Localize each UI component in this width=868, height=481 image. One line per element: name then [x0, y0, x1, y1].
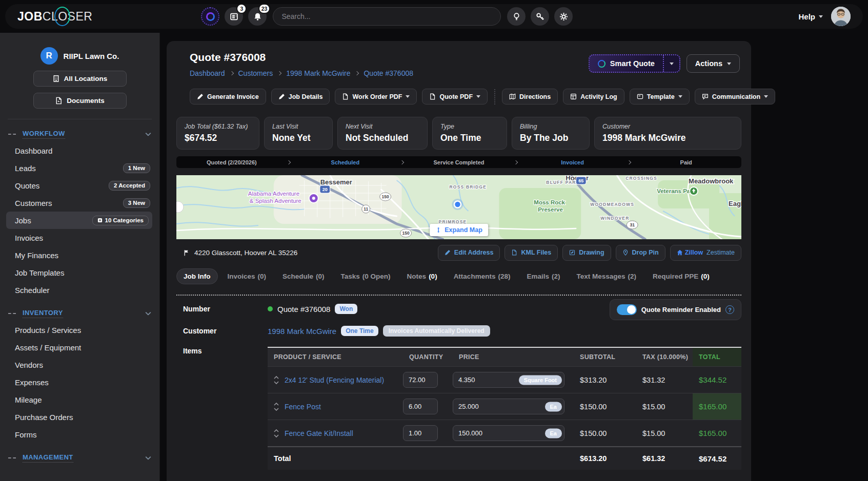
- sidebar-item-jobs[interactable]: Jobs10 Categories: [6, 212, 152, 229]
- communication-button[interactable]: Communication: [695, 89, 775, 104]
- card-label: Next Visit: [346, 123, 419, 130]
- tab-emails[interactable]: Emails(2): [520, 269, 567, 284]
- card-next-visit: Next VisitNot Scheduled: [337, 117, 428, 150]
- section-management[interactable]: MANAGEMENT: [8, 453, 151, 463]
- reorder-handle[interactable]: [274, 376, 279, 384]
- map-marker-job-location[interactable]: [452, 199, 463, 210]
- activity-log-button[interactable]: Activity Log: [563, 89, 624, 104]
- edit-address-button[interactable]: Edit Address: [438, 245, 500, 261]
- chevron-up-icon[interactable]: [274, 376, 279, 379]
- item-link[interactable]: Fence Post: [285, 403, 321, 411]
- tab-attachments[interactable]: Attachments(28): [447, 269, 517, 284]
- expand-map-button[interactable]: Expand Map: [430, 224, 488, 236]
- tab-job-info[interactable]: Job Info: [176, 268, 218, 284]
- generate-invoice-button[interactable]: Generate Invoice: [190, 89, 266, 104]
- sidebar-item-vendors[interactable]: Vendors: [0, 356, 159, 373]
- quantity-input[interactable]: [403, 372, 438, 388]
- help-question-icon[interactable]: ?: [725, 305, 734, 314]
- map-label-adventure-2: & Splash Adventure: [250, 198, 301, 204]
- map-view[interactable]: Bessemer Hoover Meadowbrook Eagle Alabam…: [176, 175, 741, 239]
- chevron-up-icon[interactable]: [274, 429, 279, 432]
- expand-map-label: Expand Map: [445, 226, 482, 234]
- logo-ring-o: O: [58, 10, 67, 24]
- breadcrumb-customer-name[interactable]: 1998 Mark McGwire: [286, 69, 350, 77]
- tab-notes[interactable]: Notes(0): [400, 269, 444, 284]
- sidebar-item-expenses[interactable]: Expenses: [0, 373, 159, 391]
- chevron-down-icon[interactable]: [274, 381, 279, 384]
- map-marker-adventure[interactable]: [309, 194, 318, 203]
- tab-text-messages[interactable]: Text Messages(2): [570, 269, 643, 284]
- sidebar-item-leads[interactable]: Leads1 New: [0, 159, 159, 177]
- customer-link[interactable]: 1998 Mark McGwire: [268, 327, 336, 336]
- sidebar-item-purchase-orders[interactable]: Purchase Orders: [0, 408, 159, 426]
- quote-pdf-button[interactable]: Quote PDF: [422, 89, 488, 104]
- smart-quote-dropdown[interactable]: [663, 55, 679, 72]
- sidebar-item-customers[interactable]: Customers3 New: [0, 194, 159, 212]
- actions-button[interactable]: Actions: [687, 54, 740, 73]
- map-marker-veterans-park[interactable]: [690, 187, 698, 195]
- sidebar-divider: [8, 119, 152, 119]
- sidebar-item-job-templates[interactable]: Job Templates: [0, 264, 159, 281]
- svg-text:150: 150: [402, 231, 410, 236]
- permissions-button[interactable]: [531, 7, 549, 26]
- section-workflow[interactable]: WORKFLOW: [8, 130, 151, 139]
- sidebar-item-my-finances[interactable]: My Finances: [0, 246, 159, 264]
- queue-button[interactable]: 3: [225, 7, 243, 26]
- record-status-button[interactable]: [201, 7, 219, 26]
- zillow-zestimate-button[interactable]: Zillow Zestimate: [670, 245, 741, 261]
- jobs-badge-label: 10 Categories: [105, 217, 144, 223]
- card-customer: Customer1998 Mark McGwire: [594, 117, 741, 150]
- sidebar-item-forms[interactable]: Forms: [0, 426, 159, 443]
- breadcrumb-dashboard[interactable]: Dashboard: [190, 69, 225, 77]
- company-switcher[interactable]: R RIIPL Lawn Co.: [0, 47, 159, 65]
- drop-pin-button[interactable]: Drop Pin: [616, 245, 665, 261]
- breadcrumb-customers[interactable]: Customers: [238, 69, 273, 77]
- chevron-down-icon[interactable]: [274, 408, 279, 411]
- chevron-down-icon: [145, 311, 151, 316]
- tab-invoices[interactable]: Invoices(0): [221, 269, 273, 284]
- chevron-down-icon[interactable]: [274, 434, 279, 437]
- help-menu[interactable]: Help: [798, 12, 823, 21]
- reorder-handle[interactable]: [274, 403, 279, 411]
- section-inventory[interactable]: INVENTORY: [8, 309, 151, 318]
- item-link[interactable]: 2x4 12' Stud (Fencing Material): [285, 376, 384, 384]
- chevron-down-icon: [476, 95, 480, 98]
- quantity-input[interactable]: [403, 399, 438, 414]
- job-details-button[interactable]: Job Details: [271, 89, 330, 104]
- template-button[interactable]: Template: [630, 89, 690, 104]
- item-link[interactable]: Fence Gate Kit/Install: [285, 429, 353, 437]
- bell-icon: [253, 12, 262, 21]
- all-locations-button[interactable]: All Locations: [33, 71, 127, 87]
- tab-schedule[interactable]: Schedule(0): [276, 269, 331, 284]
- tab-tasks[interactable]: Tasks(0 Open): [334, 269, 397, 284]
- settings-button[interactable]: [554, 7, 573, 26]
- sidebar-item-assets-equipment[interactable]: Assets / Equipment: [0, 339, 159, 356]
- sidebar-item-invoices[interactable]: Invoices: [0, 229, 159, 246]
- sidebar-item-scheduler[interactable]: Scheduler: [0, 281, 159, 299]
- file-icon: [511, 249, 517, 256]
- tips-button[interactable]: [507, 7, 526, 26]
- sidebar-item-quotes[interactable]: Quotes2 Accepted: [0, 177, 159, 194]
- documents-label: Documents: [67, 97, 105, 104]
- directions-button[interactable]: Directions: [502, 89, 558, 104]
- smart-quote-button[interactable]: Smart Quote: [589, 54, 680, 73]
- documents-button[interactable]: Documents: [33, 93, 127, 109]
- breadcrumb-quote[interactable]: Quote #376008: [364, 69, 413, 77]
- tab-required-ppe[interactable]: Required PPE(0): [646, 269, 716, 284]
- work-order-pdf-button[interactable]: Work Order PDF: [335, 89, 417, 104]
- subtotal-value: $313.20: [574, 376, 636, 384]
- unit-badge: Ea: [545, 402, 562, 411]
- search-input[interactable]: [273, 7, 501, 26]
- kml-files-button[interactable]: KML Files: [504, 245, 558, 261]
- quote-reminder-toggle[interactable]: [617, 304, 637, 315]
- button-label: Activity Log: [580, 93, 617, 100]
- drawing-button[interactable]: Drawing: [562, 245, 611, 261]
- user-avatar[interactable]: [831, 7, 851, 26]
- notifications-button[interactable]: 23: [248, 7, 267, 26]
- chevron-up-icon[interactable]: [274, 403, 279, 406]
- reorder-handle[interactable]: [274, 429, 279, 437]
- quantity-input[interactable]: [403, 425, 438, 441]
- sidebar-item-mileage[interactable]: Mileage: [0, 391, 159, 408]
- sidebar-item-products-services[interactable]: Products / Services: [0, 321, 159, 339]
- sidebar-item-dashboard[interactable]: Dashboard: [0, 142, 159, 159]
